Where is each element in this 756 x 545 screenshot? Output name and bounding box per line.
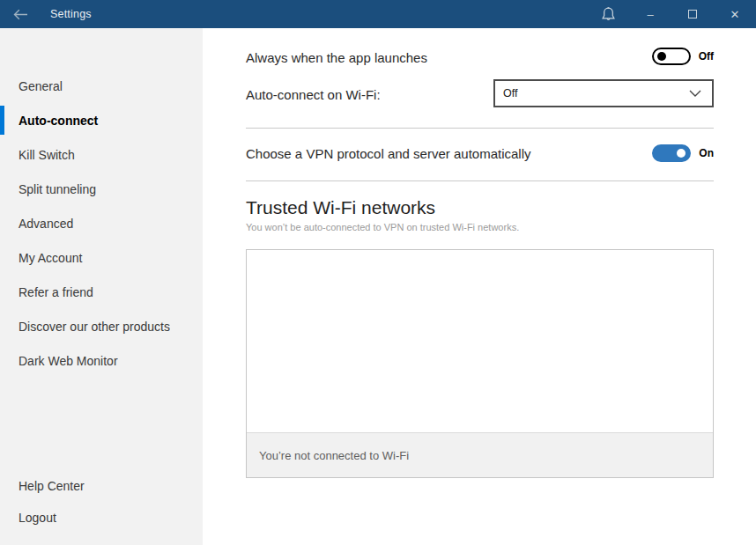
sidebar-item-label: Refer a friend: [19, 285, 93, 299]
sidebar-item-general[interactable]: General: [0, 69, 203, 103]
sidebar-item-my-account[interactable]: My Account: [0, 240, 203, 275]
selected-indicator: [0, 106, 4, 135]
sidebar-item-auto-connect[interactable]: Auto-connect: [0, 103, 203, 137]
sidebar-footer: Help Center Logout: [0, 470, 203, 534]
sidebar-item-help-center[interactable]: Help Center: [0, 470, 203, 502]
window-title: Settings: [50, 8, 92, 20]
back-button[interactable]: [0, 0, 41, 28]
sidebar-item-label: Kill Switch: [19, 148, 75, 162]
minimize-icon: –: [647, 8, 653, 21]
toggle-state-label: Off: [699, 50, 714, 63]
launch-toggle-label: Always when the app launches: [246, 50, 427, 65]
toggle-knob: [677, 149, 686, 158]
toggle-switch-off[interactable]: [652, 48, 691, 65]
auto-connect-settings-panel: Always when the app launches Off Auto-co…: [246, 28, 714, 545]
wifi-dropdown-label: Auto-connect on Wi-Fi:: [246, 87, 381, 102]
dropdown-selected-value: Off: [503, 87, 517, 99]
sidebar-item-logout[interactable]: Logout: [0, 502, 203, 534]
toggle-knob: [657, 52, 666, 61]
trusted-networks-list[interactable]: You’re not connected to Wi-Fi: [246, 249, 714, 478]
trusted-networks-title: Trusted Wi-Fi networks: [246, 197, 435, 218]
sidebar-nav: General Auto-connect Kill Switch Split t…: [0, 69, 203, 378]
trusted-networks-description: You won’t be auto-connected to VPN on tr…: [246, 222, 519, 232]
launch-toggle[interactable]: Off: [652, 48, 714, 65]
close-button[interactable]: ✕: [714, 0, 756, 28]
protocol-toggle[interactable]: On: [652, 144, 714, 162]
close-icon: ✕: [730, 8, 740, 21]
trusted-networks-status-bar: You’re not connected to Wi-Fi: [247, 432, 713, 477]
toggle-state-label: On: [699, 147, 714, 159]
sidebar-item-discover-products[interactable]: Discover our other products: [0, 309, 203, 343]
protocol-toggle-label: Choose a VPN protocol and server automat…: [246, 146, 531, 161]
sidebar-item-label: Logout: [19, 511, 56, 525]
minimize-button[interactable]: –: [629, 0, 671, 28]
sidebar-item-label: Auto-connect: [19, 114, 98, 128]
sidebar-item-dark-web-monitor[interactable]: Dark Web Monitor: [0, 343, 203, 378]
divider: [246, 128, 714, 129]
maximize-button[interactable]: [671, 0, 714, 28]
chevron-down-icon: [689, 90, 701, 97]
settings-sidebar: General Auto-connect Kill Switch Split t…: [0, 28, 203, 545]
back-arrow-icon: [13, 9, 28, 20]
wifi-status-message: You’re not connected to Wi-Fi: [259, 449, 409, 462]
sidebar-item-label: Split tunneling: [19, 182, 96, 196]
sidebar-item-kill-switch[interactable]: Kill Switch: [0, 137, 203, 172]
sidebar-item-advanced[interactable]: Advanced: [0, 206, 203, 240]
notifications-button[interactable]: [587, 0, 629, 28]
sidebar-item-split-tunneling[interactable]: Split tunneling: [0, 172, 203, 206]
sidebar-item-label: Advanced: [19, 217, 73, 231]
bell-icon: [601, 6, 616, 23]
maximize-icon: [688, 10, 697, 18]
sidebar-item-label: Discover our other products: [19, 320, 170, 334]
titlebar: Settings – ✕: [0, 0, 756, 28]
sidebar-item-label: My Account: [19, 251, 82, 265]
divider: [246, 180, 714, 181]
wifi-autoconnect-dropdown[interactable]: Off: [493, 79, 714, 107]
sidebar-item-label: Help Center: [19, 479, 85, 493]
sidebar-item-label: General: [19, 79, 63, 93]
sidebar-item-label: Dark Web Monitor: [19, 354, 118, 368]
sidebar-item-refer-a-friend[interactable]: Refer a friend: [0, 275, 203, 309]
toggle-switch-on[interactable]: [652, 144, 691, 162]
